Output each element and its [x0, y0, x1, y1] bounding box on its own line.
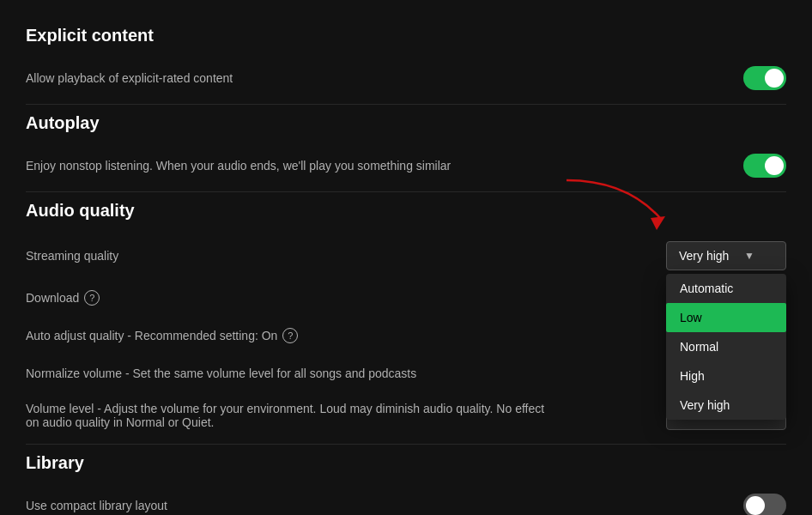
streaming-quality-arrow-icon: ▼ — [744, 250, 754, 262]
auto-adjust-info-icon[interactable]: ? — [282, 328, 298, 343]
dropdown-item-normal[interactable]: Normal — [666, 332, 786, 361]
compact-layout-track[interactable] — [743, 494, 786, 515]
streaming-quality-button[interactable]: Very high ▼ — [666, 241, 786, 270]
autoplay-row: Enjoy nonstop listening. When your audio… — [26, 145, 786, 186]
autoplay-thumb — [765, 156, 784, 175]
streaming-quality-menu: Automatic Low Normal High Very high — [666, 274, 786, 420]
autoplay-label: Enjoy nonstop listening. When your audio… — [26, 159, 609, 173]
autoplay-toggle[interactable] — [743, 154, 786, 178]
compact-layout-toggle[interactable] — [743, 494, 786, 515]
streaming-quality-dropdown[interactable]: Very high ▼ Automatic Low Normal High Ve… — [666, 241, 786, 270]
divider-2 — [26, 191, 786, 192]
dropdown-item-automatic[interactable]: Automatic — [666, 274, 786, 303]
explicit-content-track[interactable] — [743, 66, 786, 90]
autoplay-track[interactable] — [743, 154, 786, 178]
streaming-quality-row: Streaming quality Very high ▼ Automatic … — [26, 233, 786, 279]
dropdown-item-very-high[interactable]: Very high — [666, 391, 786, 420]
divider-3 — [26, 444, 786, 445]
compact-layout-label: Use compact library layout — [26, 499, 609, 512]
download-label: Download ? — [26, 290, 609, 306]
library-section: Library Use compact library layout Show … — [26, 453, 786, 515]
dropdown-item-high[interactable]: High — [666, 361, 786, 391]
audio-quality-section: Audio quality Streaming quality Very hig… — [26, 201, 786, 439]
compact-layout-thumb — [746, 496, 765, 515]
explicit-content-section: Explicit content Allow playback of expli… — [26, 26, 786, 99]
volume-level-label: Volume level - Adjust the volume for you… — [26, 402, 558, 429]
explicit-content-label: Allow playback of explicit-rated content — [26, 71, 609, 85]
audio-quality-title: Audio quality — [26, 201, 786, 221]
normalize-volume-label: Normalize volume - Set the same volume l… — [26, 367, 609, 380]
compact-layout-row: Use compact library layout — [26, 485, 786, 515]
explicit-content-toggle[interactable] — [743, 66, 786, 90]
explicit-content-row: Allow playback of explicit-rated content — [26, 58, 786, 99]
dropdown-item-low[interactable]: Low — [666, 303, 786, 332]
autoplay-title: Autoplay — [26, 113, 786, 133]
settings-page: Explicit content Allow playback of expli… — [0, 0, 812, 515]
divider-1 — [26, 104, 786, 105]
explicit-content-title: Explicit content — [26, 26, 786, 45]
download-info-icon[interactable]: ? — [84, 290, 100, 306]
autoplay-section: Autoplay Enjoy nonstop listening. When y… — [26, 113, 786, 186]
streaming-quality-label: Streaming quality — [26, 249, 609, 263]
explicit-content-thumb — [765, 69, 784, 88]
auto-adjust-label: Auto adjust quality - Recommended settin… — [26, 328, 609, 343]
library-title: Library — [26, 453, 786, 473]
streaming-quality-value: Very high — [679, 249, 729, 263]
